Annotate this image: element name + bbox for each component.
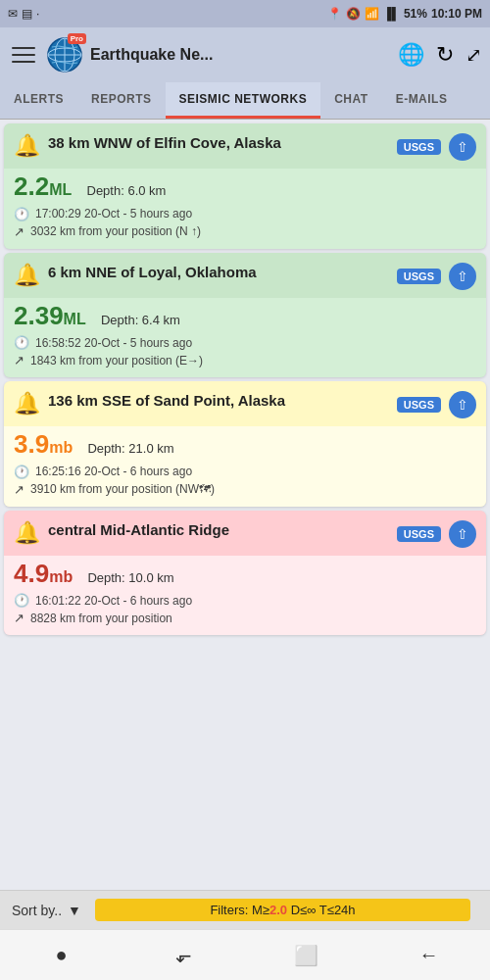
eq-time: 17:00:29 20-Oct - 5 hours ago — [35, 207, 192, 220]
sort-dropdown-icon[interactable]: ▼ — [68, 903, 81, 918]
eq-location: central Mid-Atlantic Ridge — [48, 520, 229, 540]
status-bar: ✉ ▤ · 📍 🔕 📶 ▐▌ 51% 10:10 PM — [0, 0, 490, 27]
eq-distance: 3032 km from your position (N ↑) — [30, 224, 201, 238]
usgs-badge[interactable]: USGS — [397, 269, 441, 284]
usgs-badge[interactable]: USGS — [397, 139, 441, 155]
eq-time: 16:58:52 20-Oct - 5 hours ago — [35, 336, 192, 350]
clock-icon: 🕐 — [14, 593, 29, 608]
eq-depth: Depth: 10.0 km — [87, 570, 173, 585]
eq-meta: 🕐 16:58:52 20-Oct - 5 hours ago ↗ 1843 k… — [14, 335, 476, 368]
sim-icon: ▤ — [22, 7, 32, 21]
earthquake-card: 🔔 38 km WNW of Elfin Cove, Alaska USGS ⇧… — [4, 123, 486, 249]
eq-magnitude: 4.9mb — [14, 559, 79, 588]
eq-magnitude: 3.9mb — [14, 429, 79, 459]
tab-alerts[interactable]: ALERTS — [0, 82, 77, 119]
eq-distance-row: ↗ 3032 km from your position (N ↑) — [14, 224, 476, 239]
earthquake-list: 🔔 38 km WNW of Elfin Cove, Alaska USGS ⇧… — [0, 120, 490, 890]
earthquake-icon: 🔔 — [14, 263, 40, 288]
app-logo: Pro — [47, 37, 82, 73]
eq-distance: 3910 km from your position (NW🗺) — [30, 482, 215, 496]
earthquake-icon: 🔔 — [14, 391, 40, 416]
eq-depth: Depth: 21.0 km — [87, 441, 173, 456]
tab-chat[interactable]: CHAT — [320, 82, 381, 119]
status-right: 📍 🔕 📶 ▐▌ 51% 10:10 PM — [327, 7, 482, 21]
eq-location: 6 km NNE of Loyal, Oklahoma — [48, 263, 257, 282]
eq-magnitude-row: 4.9mb Depth: 10.0 km — [14, 560, 476, 588]
share-button[interactable]: ⇧ — [449, 263, 476, 290]
eq-meta: 🕐 16:01:22 20-Oct - 6 hours ago ↗ 8828 k… — [14, 593, 476, 625]
share-button[interactable]: ⇧ — [449, 391, 476, 418]
eq-card-header: 🔔 136 km SSE of Sand Point, Alaska USGS … — [4, 381, 486, 426]
sort-label: Sort by.. — [12, 903, 62, 918]
nav-back-button[interactable]: ← — [410, 936, 449, 975]
tab-reports[interactable]: REPORTS — [77, 82, 166, 119]
eq-magnitude-row: 2.2ML Depth: 6.0 km — [14, 172, 476, 201]
refresh-icon[interactable]: ↻ — [436, 42, 454, 68]
eq-card-body: 2.39ML Depth: 6.4 km 🕐 16:58:52 20-Oct -… — [4, 298, 486, 378]
nav-recents-button[interactable]: ⬐ — [165, 936, 204, 975]
top-bar-actions: 🌐 ↻ ⤢ — [398, 42, 482, 68]
tab-seismic-networks[interactable]: SEISMIC NETWORKS — [166, 82, 321, 119]
filter-text-prefix: Filters: M≥ — [210, 903, 270, 917]
eq-depth: Depth: 6.0 km — [87, 183, 167, 198]
eq-card-header: 🔔 central Mid-Atlantic Ridge USGS ⇧ — [4, 511, 486, 556]
eq-distance-row: ↗ 3910 km from your position (NW🗺) — [14, 482, 476, 497]
app-title: Earthquake Ne... — [90, 46, 390, 64]
eq-magnitude-row: 2.39ML Depth: 6.4 km — [14, 302, 476, 330]
clock-icon: 🕐 — [14, 465, 29, 479]
tab-bar: ALERTS REPORTS SEISMIC NETWORKS CHAT E-M… — [0, 82, 490, 120]
share-button[interactable]: ⇧ — [449, 133, 476, 161]
eq-time-row: 🕐 16:25:16 20-Oct - 6 hours ago — [14, 465, 476, 479]
eq-distance: 8828 km from your position — [30, 612, 172, 625]
eq-meta: 🕐 17:00:29 20-Oct - 5 hours ago ↗ 3032 k… — [14, 207, 476, 239]
globe-action-icon[interactable]: 🌐 — [398, 42, 424, 68]
eq-time-row: 🕐 16:01:22 20-Oct - 6 hours ago — [14, 593, 476, 608]
eq-title-wrap: 🔔 136 km SSE of Sand Point, Alaska — [14, 391, 397, 416]
direction-icon: ↗ — [14, 353, 24, 368]
eq-location: 136 km SSE of Sand Point, Alaska — [48, 391, 285, 411]
earthquake-card: 🔔 6 km NNE of Loyal, Oklahoma USGS ⇧ 2.3… — [4, 253, 486, 378]
usgs-badge[interactable]: USGS — [397, 397, 441, 413]
eq-time-row: 🕐 17:00:29 20-Oct - 5 hours ago — [14, 207, 476, 221]
eq-magnitude-row: 3.9mb Depth: 21.0 km — [14, 430, 476, 459]
eq-time: 16:01:22 20-Oct - 6 hours ago — [35, 594, 192, 608]
eq-location: 38 km WNW of Elfin Cove, Alaska — [48, 133, 281, 153]
eq-card-body: 4.9mb Depth: 10.0 km 🕐 16:01:22 20-Oct -… — [4, 556, 486, 636]
nav-home-button[interactable]: ● — [42, 936, 81, 975]
menu-button[interactable] — [8, 39, 39, 71]
pro-badge: Pro — [68, 33, 86, 44]
top-bar: Pro Earthquake Ne... 🌐 ↻ ⤢ — [0, 27, 490, 82]
clock-time: 10:10 PM — [431, 7, 482, 21]
eq-card-header: 🔔 38 km WNW of Elfin Cove, Alaska USGS ⇧ — [4, 123, 486, 169]
earthquake-icon: 🔔 — [14, 520, 40, 546]
sort-bar: Sort by.. ▼ Filters: M≥2.0 D≤∞ T≤24h — [0, 890, 490, 929]
eq-time: 16:25:16 20-Oct - 6 hours ago — [35, 465, 192, 478]
eq-meta: 🕐 16:25:16 20-Oct - 6 hours ago ↗ 3910 k… — [14, 465, 476, 497]
eq-actions: USGS ⇧ — [397, 520, 476, 548]
filter-magnitude: 2.0 — [270, 903, 287, 917]
eq-card-body: 2.2ML Depth: 6.0 km 🕐 17:00:29 20-Oct - … — [4, 169, 486, 249]
direction-icon: ↗ — [14, 482, 24, 497]
earthquake-icon: 🔔 — [14, 133, 40, 159]
clock-icon: 🕐 — [14, 207, 29, 221]
eq-actions: USGS ⇧ — [397, 391, 476, 418]
usgs-badge[interactable]: USGS — [397, 526, 441, 542]
globe-icon: Pro — [47, 37, 82, 73]
share-button[interactable]: ⇧ — [449, 520, 476, 548]
signal-bars-icon: ▐▌ — [383, 7, 400, 21]
eq-time-row: 🕐 16:58:52 20-Oct - 5 hours ago — [14, 335, 476, 350]
nav-overview-button[interactable]: ⬜ — [287, 936, 326, 975]
eq-card-header: 🔔 6 km NNE of Loyal, Oklahoma USGS ⇧ — [4, 253, 486, 298]
eq-title-wrap: 🔔 38 km WNW of Elfin Cove, Alaska — [14, 133, 397, 159]
message-icon: ✉ — [8, 7, 18, 21]
tab-emails[interactable]: E-MAILS — [382, 82, 462, 119]
nav-bar: ● ⬐ ⬜ ← — [0, 929, 490, 980]
location-icon: 📍 — [327, 7, 342, 21]
status-icons: ✉ ▤ · — [8, 7, 39, 21]
eq-depth: Depth: 6.4 km — [101, 313, 180, 327]
expand-icon[interactable]: ⤢ — [466, 43, 482, 67]
eq-title-wrap: 🔔 central Mid-Atlantic Ridge — [14, 520, 397, 546]
eq-card-body: 3.9mb Depth: 21.0 km 🕐 16:25:16 20-Oct -… — [4, 426, 486, 507]
filter-text-suffix: D≤∞ T≤24h — [287, 903, 356, 917]
earthquake-card: 🔔 136 km SSE of Sand Point, Alaska USGS … — [4, 381, 486, 507]
